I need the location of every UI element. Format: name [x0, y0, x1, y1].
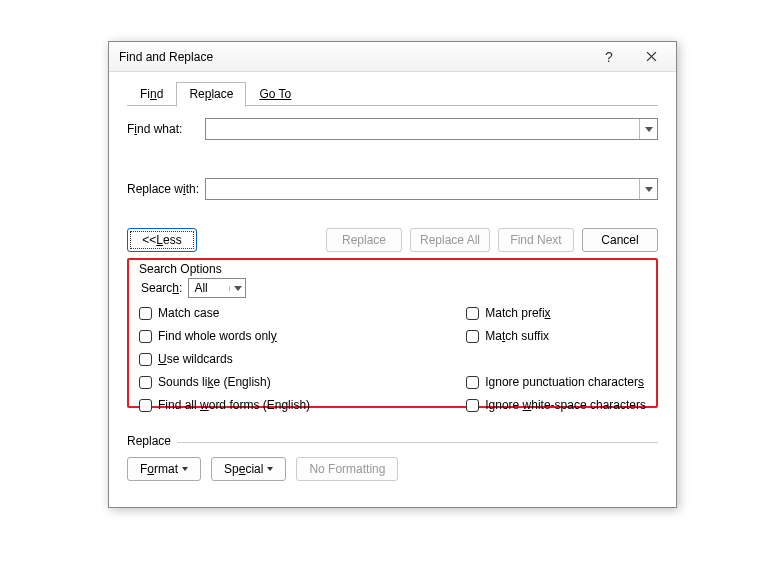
replace-with-label: Replace with:: [127, 182, 205, 196]
caret-down-icon: [267, 467, 273, 471]
ignore-whitespace-checkbox[interactable]: Ignore white-space characters: [466, 396, 646, 414]
search-direction-select[interactable]: All: [188, 278, 246, 298]
ignore-punctuation-checkbox[interactable]: Ignore punctuation characters: [466, 373, 646, 391]
tab-goto[interactable]: Go To: [246, 82, 304, 106]
find-what-input[interactable]: [205, 118, 658, 140]
chevron-down-icon[interactable]: [639, 119, 657, 139]
search-direction-label: Search:: [141, 281, 182, 295]
help-button[interactable]: ?: [588, 45, 630, 69]
titlebar: Find and Replace ?: [109, 42, 676, 72]
less-button[interactable]: << Less: [127, 228, 197, 252]
match-suffix-checkbox[interactable]: Match suffix: [466, 327, 646, 345]
search-options-legend: Search Options: [139, 262, 646, 276]
dialog-title: Find and Replace: [119, 50, 588, 64]
cancel-button[interactable]: Cancel: [582, 228, 658, 252]
tab-replace[interactable]: Replace: [176, 82, 246, 107]
format-button[interactable]: Format: [127, 457, 201, 481]
close-icon: [646, 51, 657, 62]
sounds-like-checkbox[interactable]: Sounds like (English): [139, 373, 310, 391]
match-prefix-checkbox[interactable]: Match prefix: [466, 304, 646, 322]
tab-find[interactable]: Find: [127, 82, 176, 106]
wildcards-checkbox[interactable]: Use wildcards: [139, 350, 310, 368]
find-what-label: Find what:: [127, 122, 205, 136]
close-button[interactable]: [630, 45, 672, 69]
no-formatting-button[interactable]: No Formatting: [296, 457, 398, 481]
replace-button[interactable]: Replace: [326, 228, 402, 252]
special-button[interactable]: Special: [211, 457, 286, 481]
search-options-group: Search Options Search: All Match case Fi…: [127, 258, 658, 408]
replace-format-group: Replace Format Special No Formatting: [127, 442, 658, 481]
match-case-checkbox[interactable]: Match case: [139, 304, 310, 322]
word-forms-checkbox[interactable]: Find all word forms (English): [139, 396, 310, 414]
replace-all-button[interactable]: Replace All: [410, 228, 490, 252]
caret-down-icon: [182, 467, 188, 471]
find-next-button[interactable]: Find Next: [498, 228, 574, 252]
chevron-down-icon[interactable]: [229, 286, 245, 291]
replace-group-legend: Replace: [127, 434, 177, 448]
find-replace-dialog: Find and Replace ? Find Replace Go To Fi…: [108, 41, 677, 508]
chevron-down-icon[interactable]: [639, 179, 657, 199]
whole-words-checkbox[interactable]: Find whole words only: [139, 327, 310, 345]
tab-bar: Find Replace Go To: [127, 82, 658, 106]
replace-with-input[interactable]: [205, 178, 658, 200]
